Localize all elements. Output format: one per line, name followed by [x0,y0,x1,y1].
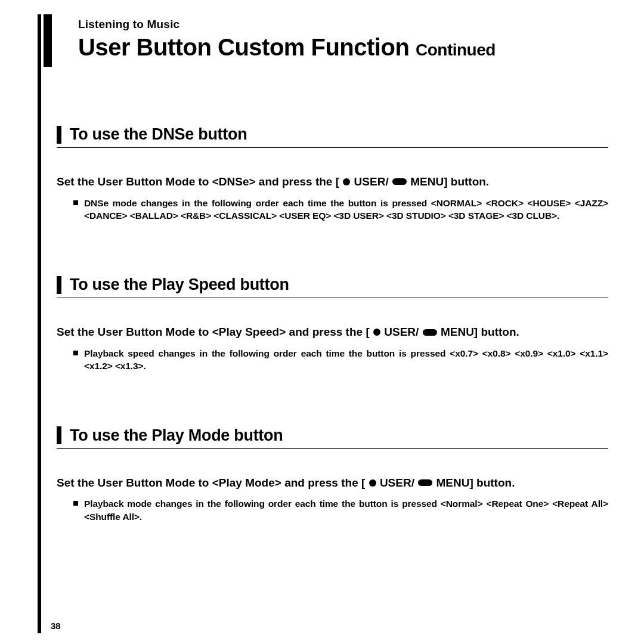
page-title-main: User Button Custom Function [78,34,409,60]
section-title: To use the Play Speed button [70,275,289,294]
page-title: User Button Custom Function Continued [78,35,608,60]
instruction-text: Set the User Button Mode to <Play Speed>… [57,326,370,338]
bullet-list: DNSe mode changes in the following order… [57,197,608,222]
instruction-text: MENU] button. [441,326,519,338]
section-heading: To use the Play Mode button [57,426,608,449]
section-accent-bar [57,276,61,294]
instruction-text: USER/ [384,326,419,338]
page-title-sub: Continued [416,41,496,59]
bullet-list: Playback mode changes in the following o… [57,497,608,523]
user-dot-icon [343,178,350,185]
left-margin-rule [38,14,41,633]
user-dot-icon [369,479,376,487]
list-item: Playback speed changes in the following … [73,347,608,373]
instruction-text: MENU] button. [410,175,489,188]
section-instruction: Set the User Button Mode to <Play Mode> … [57,475,608,491]
instruction-text: Set the User Button Mode to <DNSe> and p… [57,175,339,188]
section-title: To use the DNSe button [70,125,247,144]
list-item: DNSe mode changes in the following order… [73,197,608,222]
menu-bar-icon [423,329,437,336]
instruction-text: USER/ [354,175,389,188]
header-accent-bar [44,14,52,67]
chapter-label: Listening to Music [78,18,608,31]
section-accent-bar [57,426,61,444]
list-item: Playback mode changes in the following o… [73,497,608,523]
section-accent-bar [57,126,61,144]
section-heading: To use the Play Speed button [57,275,608,298]
bullet-list: Playback speed changes in the following … [57,347,608,373]
section-dnse: To use the DNSe button Set the User Butt… [51,125,608,222]
instruction-text: Set the User Button Mode to <Play Mode> … [57,476,365,489]
instruction-text: MENU] button. [436,476,515,489]
page-number: 38 [51,621,61,631]
section-title: To use the Play Mode button [70,426,283,445]
instruction-text: USER/ [380,476,414,489]
page-header: Listening to Music User Button Custom Fu… [51,14,608,60]
section-heading: To use the DNSe button [57,125,608,148]
menu-bar-icon [418,479,432,486]
section-play-mode: To use the Play Mode button Set the User… [51,426,608,523]
section-instruction: Set the User Button Mode to <Play Speed>… [57,324,608,340]
section-play-speed: To use the Play Speed button Set the Use… [51,275,608,372]
section-instruction: Set the User Button Mode to <DNSe> and p… [57,174,608,190]
user-dot-icon [373,329,380,336]
menu-bar-icon [392,178,407,185]
